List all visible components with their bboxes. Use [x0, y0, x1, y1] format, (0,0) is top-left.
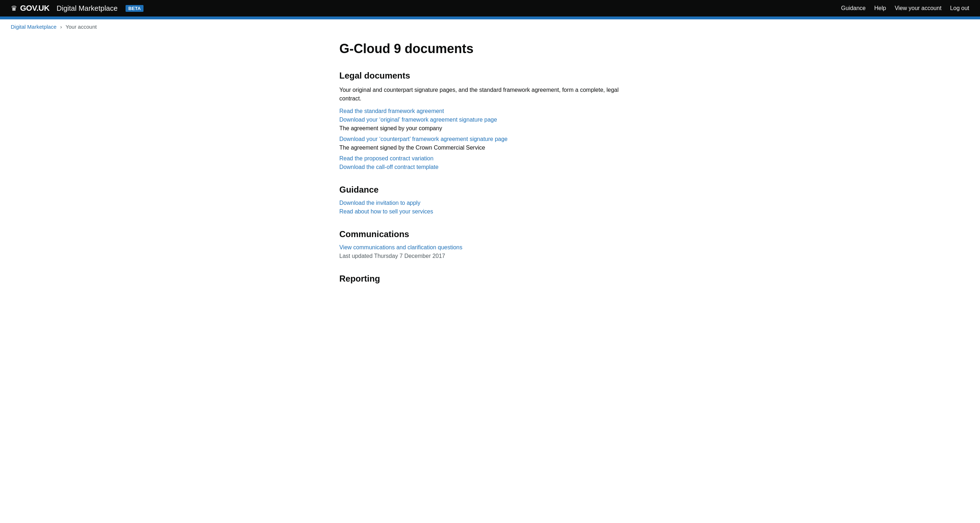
- site-title: Digital Marketplace: [57, 4, 118, 13]
- last-updated-text: Last updated Thursday 7 December 2017: [339, 253, 641, 259]
- guidance-section: Guidance Download the invitation to appl…: [339, 185, 641, 215]
- read-standard-framework-link[interactable]: Read the standard framework agreement: [339, 108, 641, 114]
- reporting-section: Reporting: [339, 274, 641, 284]
- beta-badge: BETA: [126, 5, 143, 12]
- download-invitation-link[interactable]: Download the invitation to apply: [339, 200, 641, 206]
- crown-icon: ♛: [11, 4, 17, 13]
- header-left: ♛ GOV.UK Digital Marketplace BETA: [11, 3, 143, 13]
- breadcrumb-separator: ›: [60, 24, 62, 30]
- download-calloff-contract-link[interactable]: Download the call-off contract template: [339, 164, 641, 170]
- gov-uk-text: GOV.UK: [20, 3, 49, 13]
- read-sell-services-link[interactable]: Read about how to sell your services: [339, 208, 641, 215]
- blue-bar: [0, 16, 980, 19]
- log-out-nav-link[interactable]: Log out: [950, 5, 969, 11]
- download-original-signature-link[interactable]: Download your ‘original’ framework agree…: [339, 116, 641, 123]
- header-nav: Guidance Help View your account Log out: [841, 5, 969, 11]
- communications-title: Communications: [339, 229, 641, 239]
- guidance-nav-link[interactable]: Guidance: [841, 5, 866, 11]
- breadcrumb-home-link[interactable]: Digital Marketplace: [11, 24, 57, 30]
- reporting-title: Reporting: [339, 274, 641, 284]
- counterpart-signature-description: The agreement signed by the Crown Commer…: [339, 145, 641, 151]
- communications-section: Communications View communications and c…: [339, 229, 641, 259]
- help-nav-link[interactable]: Help: [874, 5, 886, 11]
- legal-documents-section: Legal documents Your original and counte…: [339, 71, 641, 170]
- site-header: ♛ GOV.UK Digital Marketplace BETA Guidan…: [0, 0, 980, 16]
- page-title: G-Cloud 9 documents: [339, 41, 641, 56]
- read-proposed-contract-link[interactable]: Read the proposed contract variation: [339, 155, 641, 162]
- breadcrumb-current: Your account: [66, 24, 97, 30]
- legal-documents-title: Legal documents: [339, 71, 641, 81]
- original-signature-description: The agreement signed by your company: [339, 125, 641, 132]
- gov-uk-logo[interactable]: ♛ GOV.UK: [11, 3, 49, 13]
- main-content: G-Cloud 9 documents Legal documents Your…: [329, 34, 651, 320]
- guidance-title: Guidance: [339, 185, 641, 195]
- legal-documents-description: Your original and counterpart signature …: [339, 86, 641, 103]
- breadcrumb: Digital Marketplace › Your account: [0, 19, 980, 34]
- download-counterpart-signature-link[interactable]: Download your ‘counterpart’ framework ag…: [339, 136, 641, 142]
- view-communications-link[interactable]: View communications and clarification qu…: [339, 244, 641, 251]
- view-account-nav-link[interactable]: View your account: [895, 5, 941, 11]
